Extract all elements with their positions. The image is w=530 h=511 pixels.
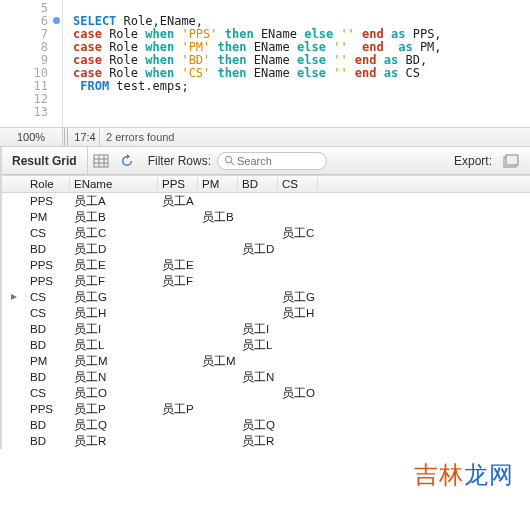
search-icon (224, 155, 235, 166)
table-row[interactable]: PPS员工F员工F (2, 273, 530, 289)
svg-rect-8 (506, 155, 518, 165)
result-grid-tab[interactable]: Result Grid (2, 147, 88, 174)
table-row[interactable]: BD员工Q员工Q (2, 417, 530, 433)
export-label: Export: (454, 154, 492, 168)
result-grid[interactable]: RoleENamePPSPMBDCSPPS员工A员工APM员工B员工BCS员工C… (0, 175, 530, 449)
table-row[interactable]: CS员工H员工H (2, 305, 530, 321)
col-PM[interactable]: PM (198, 178, 238, 190)
table-row[interactable]: PPS员工P员工P (2, 401, 530, 417)
export-icon[interactable] (500, 151, 522, 171)
status-bar: 100% 17:4 2 errors found (0, 127, 530, 147)
col-BD[interactable]: BD (238, 178, 278, 190)
table-row[interactable]: CS员工O员工O (2, 385, 530, 401)
col-Role[interactable]: Role (26, 178, 70, 190)
table-row[interactable]: PM员工M员工M (2, 353, 530, 369)
search-input[interactable] (235, 154, 313, 168)
col-CS[interactable]: CS (278, 178, 318, 190)
col-EName[interactable]: EName (70, 178, 158, 190)
header-row: RoleENamePPSPMBDCS (2, 176, 530, 193)
result-toolbar: Result Grid Filter Rows: Export: (0, 147, 530, 175)
svg-rect-0 (94, 155, 108, 167)
zoom-level[interactable]: 100% (0, 131, 62, 143)
table-row[interactable]: PPS员工A员工A (2, 193, 530, 209)
grid-view-icon[interactable] (90, 151, 112, 171)
cursor-position: 17:4 (71, 131, 99, 143)
table-row[interactable]: CS员工G员工G (2, 289, 530, 305)
col-PPS[interactable]: PPS (158, 178, 198, 190)
table-row[interactable]: CS员工C员工C (2, 225, 530, 241)
table-row[interactable]: BD员工L员工L (2, 337, 530, 353)
code-editor[interactable]: 5678910111213 SELECT Role,EName,case Rol… (0, 0, 530, 127)
table-row[interactable]: BD员工I员工I (2, 321, 530, 337)
table-row[interactable]: BD员工D员工D (2, 241, 530, 257)
table-row[interactable]: PPS员工E员工E (2, 257, 530, 273)
line-gutter: 5678910111213 (0, 0, 62, 127)
filter-rows-label: Filter Rows: (148, 154, 211, 168)
refresh-icon[interactable] (116, 151, 138, 171)
table-row[interactable]: BD员工R员工R (2, 433, 530, 449)
table-row[interactable]: PM员工B员工B (2, 209, 530, 225)
error-count: 2 errors found (100, 131, 174, 143)
table-row[interactable]: BD员工N员工N (2, 369, 530, 385)
code-content[interactable]: SELECT Role,EName,case Role when 'PPS' t… (62, 0, 530, 127)
svg-point-5 (225, 156, 231, 162)
search-field[interactable] (217, 152, 327, 170)
svg-line-6 (231, 162, 234, 165)
